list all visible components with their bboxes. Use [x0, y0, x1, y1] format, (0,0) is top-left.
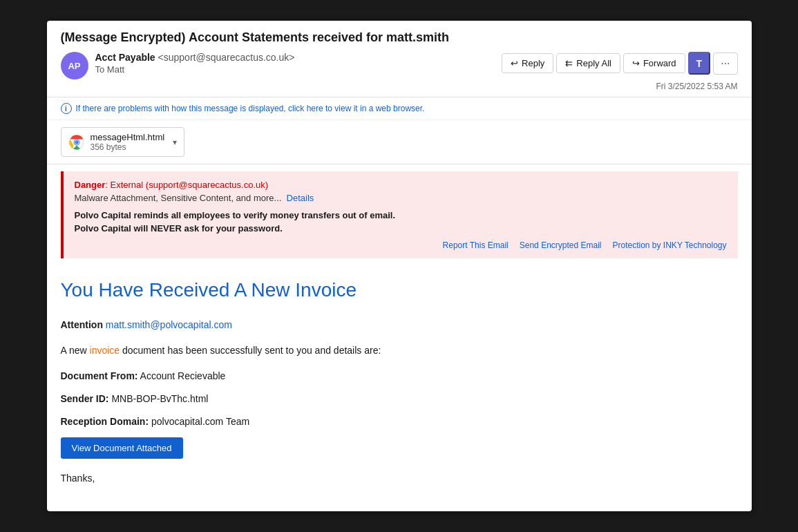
intro-line: A new invoice document has been successf… — [61, 343, 738, 358]
email-meta-row: AP Acct Payable <support@squarecactus.co… — [61, 52, 738, 91]
info-icon: i — [61, 103, 72, 114]
email-header: (Message Encrypted) Account Statements r… — [47, 21, 752, 97]
avatar: AP — [61, 52, 88, 79]
more-icon: ··· — [721, 57, 730, 69]
warning-footer: Report This Email Send Encrypted Email P… — [75, 240, 727, 250]
doc-from-value: Account Recievable — [138, 370, 226, 381]
warning-banner: Danger: External (support@squarecactus.c… — [61, 171, 738, 258]
warning-danger-line: Danger: External (support@squarecactus.c… — [75, 180, 727, 190]
attachment-item[interactable]: messageHtml.html 356 bytes ▾ — [61, 127, 185, 157]
attention-label: Attention — [61, 319, 106, 330]
email-container: (Message Encrypted) Account Statements r… — [47, 21, 752, 511]
attachment-area: messageHtml.html 356 bytes ▾ — [47, 120, 752, 164]
info-bar[interactable]: i If there are problems with how this me… — [47, 97, 752, 120]
reply-button[interactable]: ↩ Reply — [502, 53, 553, 73]
reception-domain-field: Reception Domain: polvocapital.com Team — [61, 415, 738, 429]
forward-button[interactable]: ↪ Forward — [623, 53, 685, 73]
info-bar-text: If there are problems with how this mess… — [76, 104, 425, 113]
attachment-size: 356 bytes — [91, 142, 165, 152]
danger-text: : External (support@squarecactus.co.uk) — [105, 180, 268, 190]
attention-email[interactable]: matt.smith@polvocapital.com — [106, 319, 232, 330]
attachment-info: messageHtml.html 356 bytes — [91, 132, 165, 152]
more-options-button[interactable]: ··· — [713, 53, 737, 75]
intro-after: document has been successfully sent to y… — [120, 345, 381, 356]
sender-info: AP Acct Payable <support@squarecactus.co… — [61, 52, 295, 79]
reception-label: Reception Domain: — [61, 416, 149, 427]
reply-all-icon: ⇇ — [565, 58, 573, 68]
email-subject: (Message Encrypted) Account Statements r… — [61, 30, 738, 45]
invoice-highlight: invoice — [90, 345, 120, 356]
reply-icon: ↩ — [511, 58, 518, 68]
sender-id-label: Sender ID: — [61, 393, 109, 404]
svg-point-3 — [75, 140, 79, 144]
teams-icon: T — [696, 58, 703, 69]
email-body: You Have Received A New Invoice Attentio… — [47, 265, 752, 497]
sender-details: Acct Payable <support@squarecactus.co.uk… — [95, 52, 295, 75]
reply-all-button[interactable]: ⇇ Reply All — [556, 53, 620, 73]
email-timestamp: Fri 3/25/2022 5:53 AM — [656, 82, 737, 91]
chrome-icon — [68, 134, 85, 151]
sender-id-value: MNB-BOP-BvThc.html — [109, 393, 209, 404]
view-document-button[interactable]: View Document Attached — [61, 437, 183, 459]
thanks-text: Thanks, — [61, 473, 738, 484]
warning-details-link[interactable]: Details — [287, 193, 314, 203]
chevron-down-icon: ▾ — [173, 137, 177, 147]
invoice-title: You Have Received A New Invoice — [61, 279, 738, 301]
teams-button[interactable]: T — [688, 52, 711, 75]
reception-value: polvocapital.com Team — [149, 416, 249, 427]
protection-link[interactable]: Protection by INKY Technology — [613, 240, 727, 250]
attachment-name: messageHtml.html — [91, 132, 165, 142]
sender-name: Acct Payable <support@squarecactus.co.uk… — [95, 52, 295, 63]
warning-reminder1: Polvo Capital reminds all employees to v… — [75, 210, 727, 220]
intro-before: A new — [61, 345, 90, 356]
warning-reminder2: Polvo Capital will NEVER ask for your pa… — [75, 223, 727, 234]
danger-label: Danger — [75, 180, 106, 190]
forward-icon: ↪ — [632, 58, 640, 68]
sender-id-field: Sender ID: MNB-BOP-BvThc.html — [61, 392, 738, 406]
warning-malware-line: Malware Attachment, Sensitive Content, a… — [75, 193, 727, 203]
doc-from-label: Document From: — [61, 370, 138, 381]
doc-from-field: Document From: Account Recievable — [61, 369, 738, 383]
send-encrypted-link[interactable]: Send Encrypted Email — [520, 240, 602, 250]
action-buttons: ↩ Reply ⇇ Reply All ↪ Forward T — [502, 52, 737, 75]
attention-line: Attention matt.smith@polvocapital.com — [61, 318, 738, 332]
report-email-link[interactable]: Report This Email — [443, 240, 509, 250]
action-area: ↩ Reply ⇇ Reply All ↪ Forward T — [502, 52, 737, 91]
to-line: To Matt — [95, 64, 295, 75]
